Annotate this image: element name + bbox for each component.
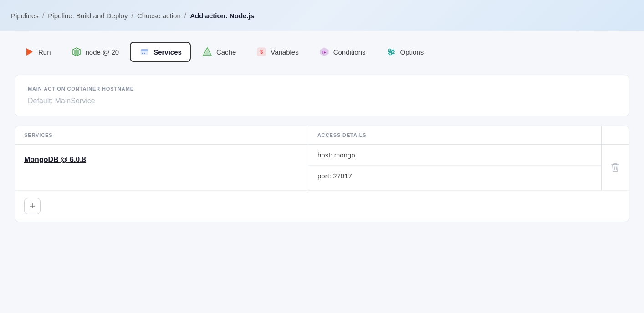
hostname-card: MAIN ACTION CONTAINER HOSTNAME Default: … [15,75,629,116]
svg-point-16 [388,49,391,51]
tab-options-label: Options [400,48,424,56]
delete-service-button[interactable] [607,159,624,176]
tab-services-label: Services [153,48,182,56]
conditions-icon: IF [319,46,330,57]
tab-options[interactable]: Options [377,42,433,62]
svg-marker-2 [74,49,79,56]
tab-cache-label: Cache [216,48,236,56]
hostname-label: MAIN ACTION CONTAINER HOSTNAME [28,86,616,91]
services-card: SERVICES ACCESS DETAILS MongoDB @ 6.0.8 … [15,126,629,222]
svg-text:IF: IF [322,50,327,55]
svg-point-18 [389,53,391,55]
tab-variables[interactable]: $ Variables [247,42,307,62]
tab-run[interactable]: Run [15,42,60,62]
tab-services[interactable]: Services [130,42,191,62]
col-header-access: ACCESS DETAILS [308,126,602,144]
services-icon [139,46,150,57]
breadcrumb-bar: Pipelines / Pipeline: Build and Deploy /… [0,0,644,31]
col-header-actions [602,126,629,144]
cache-icon [202,46,213,57]
access-details-cell: host: mongo port: 27017 [308,145,602,190]
service-name-cell: MongoDB @ 6.0.8 [15,145,308,190]
service-name-link[interactable]: MongoDB @ 6.0.8 [24,156,86,164]
add-icon: + [30,201,36,211]
access-detail-host: host: mongo [308,145,601,166]
add-row: + [15,190,629,222]
tab-variables-label: Variables [271,48,298,56]
breadcrumb-pipeline[interactable]: Pipeline: Build and Deploy [48,12,128,20]
tabs-container: Run node @ 20 Services [15,42,629,62]
tab-conditions-label: Conditions [333,48,366,56]
add-service-button[interactable]: + [24,198,41,214]
trash-icon [611,163,619,172]
breadcrumb-pipelines[interactable]: Pipelines [11,12,39,20]
svg-text:$: $ [260,49,263,55]
breadcrumb-current: Add action: Node.js [190,12,254,20]
tab-node[interactable]: node @ 20 [62,42,128,62]
svg-point-6 [144,53,145,54]
svg-rect-4 [141,49,148,51]
access-detail-port: port: 27017 [308,166,601,186]
tab-conditions[interactable]: IF Conditions [310,42,375,62]
breadcrumb-choose-action[interactable]: Choose action [137,12,181,20]
run-icon [24,46,35,57]
tab-node-label: node @ 20 [86,48,119,56]
tab-cache[interactable]: Cache [193,42,245,62]
table-row: MongoDB @ 6.0.8 host: mongo port: 27017 [15,145,629,190]
breadcrumb-sep-1: / [42,11,44,20]
svg-marker-0 [26,48,33,56]
services-table-header: SERVICES ACCESS DETAILS [15,126,629,145]
breadcrumb-sep-2: / [131,11,133,20]
svg-point-17 [391,51,394,53]
node-icon [71,46,82,57]
col-header-services: SERVICES [15,126,308,144]
variables-icon: $ [256,46,267,57]
hostname-placeholder: Default: MainService [28,97,616,105]
tab-run-label: Run [38,48,51,56]
svg-point-5 [142,53,143,54]
options-icon [386,46,397,57]
breadcrumb-sep-3: / [184,11,186,20]
delete-cell [602,145,629,190]
main-content: Run node @ 20 Services [0,31,644,313]
